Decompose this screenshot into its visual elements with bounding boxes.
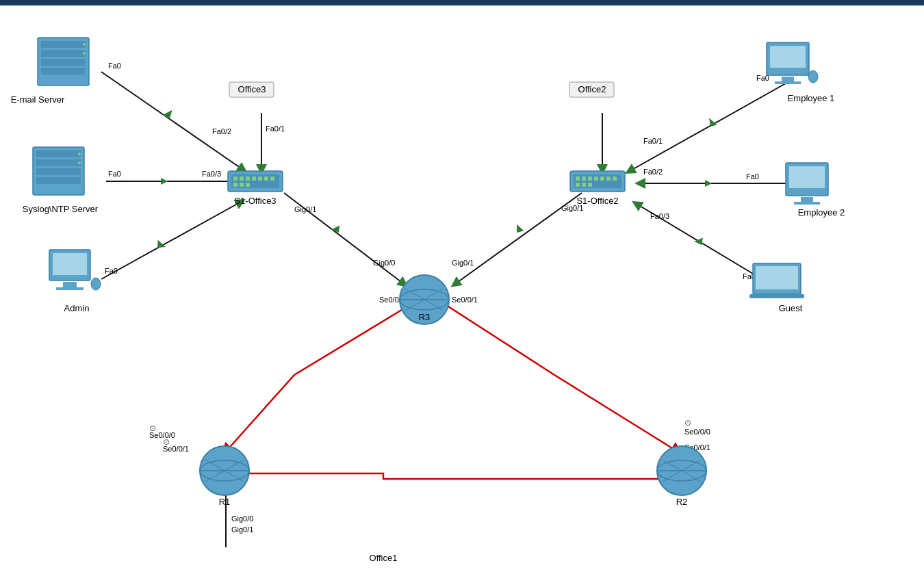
svg-rect-63 [770,46,806,68]
svg-rect-37 [246,177,250,181]
arrow-decoration [705,180,712,187]
svg-rect-64 [782,77,794,81]
svg-rect-41 [270,177,274,181]
svg-point-19 [83,43,86,46]
s1-office2-node [570,171,625,192]
svg-point-66 [808,70,818,83]
email-server-label: E-mail Server [11,94,65,105]
port-label: Gig0/1 [231,525,253,534]
network-diagram: Fa0 Fa0/2 Fa0 Fa0/3 Fa0 Fa0/1 Gig0/1 Gig… [0,0,924,587]
port-label: Gig0/0 [373,259,395,267]
svg-rect-18 [41,68,86,75]
svg-rect-54 [588,177,592,181]
port-label: Gig0/1 [452,259,474,267]
svg-rect-39 [258,177,262,181]
svg-line-5 [101,202,241,279]
arrow-decoration [513,224,524,235]
svg-rect-22 [36,151,81,157]
svg-rect-59 [576,183,580,187]
svg-point-27 [78,161,81,164]
syslog-server-label: Syslog\NTP Server [23,204,99,214]
port-label: Fa0/1 [643,137,663,145]
svg-rect-69 [801,197,813,202]
svg-rect-61 [588,183,592,187]
port-label: Fa0/1 [266,125,285,133]
svg-rect-30 [63,282,77,287]
svg-rect-42 [233,183,238,187]
svg-rect-38 [252,177,256,181]
employee2-label: Employee 2 [798,207,845,218]
svg-rect-57 [606,177,611,181]
port-label: Fa0/3 [650,212,669,220]
svg-rect-23 [36,159,81,166]
port-label: Gig0/0 [231,514,253,523]
r3-label: R3 [419,312,431,322]
svg-rect-52 [576,177,580,181]
employee2-node [786,163,828,205]
port-label: Gig0/1 [294,205,316,213]
syslog-server-node [33,147,84,195]
svg-rect-40 [264,177,268,181]
s1-office3-node [228,171,283,192]
svg-rect-56 [600,177,604,181]
svg-rect-29 [53,253,87,275]
guest-node [749,263,804,298]
svg-rect-68 [789,166,825,188]
svg-rect-73 [749,294,804,298]
svg-rect-16 [41,50,86,57]
s1-office2-label: S1-Office2 [576,196,618,206]
port-label: Fa0/3 [202,170,221,178]
svg-rect-25 [36,177,81,184]
svg-rect-35 [233,177,238,181]
clock-icon: ⊙ [163,437,170,447]
svg-rect-17 [41,59,86,66]
r2-node [657,446,706,495]
arrow-decoration [694,237,706,248]
svg-rect-36 [240,177,244,181]
svg-rect-31 [56,287,84,290]
office2-label: Office2 [578,84,606,94]
port-label: Fa0 [108,170,121,178]
port-label: Fa0 [746,172,759,181]
email-server-node [38,38,89,86]
svg-rect-15 [41,41,86,48]
svg-rect-65 [775,81,801,84]
svg-rect-24 [36,168,81,175]
guest-label: Guest [779,303,803,313]
clock-icon: ⊙ [684,418,691,428]
svg-line-3 [101,72,243,170]
port-label: Fa0 [108,62,121,70]
port-label: Fa0 [105,267,118,275]
r1-node [200,446,249,495]
r2-label: R2 [676,497,688,507]
employee1-node [767,42,818,84]
clock-icon: ⊙ [149,423,156,433]
svg-rect-53 [582,177,586,181]
svg-point-26 [78,153,81,155]
port-label: Fa0/2 [643,168,663,176]
port-label: Se0/0/0 [684,428,710,436]
office1-label: Office1 [370,553,398,563]
svg-rect-44 [246,183,250,187]
admin-node [49,250,101,290]
svg-rect-70 [794,202,820,205]
employee1-label: Employee 1 [788,93,835,103]
office3-label: Office3 [238,84,266,94]
port-label: Fa0/2 [212,127,231,135]
port-label: Se0/0/1 [452,296,478,304]
svg-rect-72 [756,266,798,289]
s1-office3-label: S1-Office3 [234,196,276,206]
r1-label: R1 [219,497,231,507]
svg-rect-43 [240,183,244,187]
admin-label: Admin [64,303,90,313]
svg-rect-58 [613,177,617,181]
svg-point-20 [83,52,86,55]
svg-rect-60 [582,183,586,187]
svg-rect-55 [594,177,598,181]
svg-line-9 [630,81,791,171]
svg-point-32 [91,278,101,290]
arrow-decoration [161,178,168,185]
